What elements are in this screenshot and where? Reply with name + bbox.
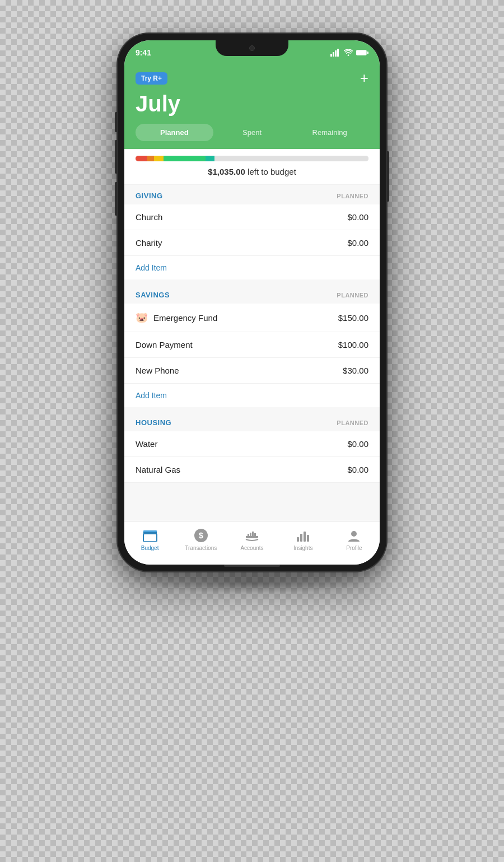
nav-item-accounts[interactable]: Accounts [226,526,277,553]
category-giving-header: GIVING PLANNED [124,185,380,204]
profile-icon [347,528,361,543]
giving-add-item-row: Add Item [124,256,380,279]
item-water-amount: $0.00 [347,439,368,449]
nav-insights-label: Insights [293,545,312,551]
svg-rect-17 [254,533,256,536]
side-button-power [387,151,389,202]
svg-rect-13 [246,536,258,537]
progress-red [136,156,147,161]
svg-rect-18 [246,537,258,538]
list-item[interactable]: New Phone $30.00 [124,358,380,384]
add-button[interactable]: + [360,69,368,87]
budget-amount-row: $1,035.00 left to budget [136,167,368,176]
category-savings-col-label: PLANNED [337,292,368,299]
home-indicator [224,565,280,567]
item-water-name: Water [136,439,157,449]
phone-shell: 9:41 [118,34,386,571]
side-button-volume-up [115,140,117,174]
giving-add-item-button[interactable]: Add Item [136,263,167,272]
category-giving-col-label: PLANNED [337,193,368,199]
progress-teal [206,156,215,161]
svg-rect-15 [250,533,251,536]
nav-transactions-label: Transactions [185,545,217,551]
savings-add-item-button[interactable]: Add Item [136,391,167,400]
progress-bar [136,156,368,161]
phone-shadow [144,571,360,594]
svg-rect-0 [330,54,332,57]
list-item[interactable]: Water $0.00 [124,431,380,457]
svg-rect-14 [248,534,249,536]
tab-planned[interactable]: Planned [136,124,213,141]
svg-rect-21 [304,532,306,542]
item-left: Natural Gas [136,465,180,474]
progress-orange [147,156,154,161]
progress-green [164,156,206,161]
piggy-bank-icon: 🐷 [136,311,148,324]
list-item[interactable]: Natural Gas $0.00 [124,457,380,483]
item-emergency-name: Emergency Fund [153,313,217,323]
category-giving: GIVING PLANNED Church $0.00 Charity $0.0 [124,185,380,279]
progress-empty [214,156,368,161]
nav-profile-label: Profile [346,545,362,551]
item-left: Charity [136,238,162,248]
battery-icon [356,49,368,56]
status-time: 9:41 [136,48,151,57]
list-item[interactable]: Charity $0.00 [124,230,380,256]
nav-budget-label: Budget [141,545,159,551]
accounts-icon [245,528,259,543]
svg-rect-2 [335,50,337,57]
item-left: Water [136,439,157,449]
try-badge[interactable]: Try R+ [136,72,167,85]
savings-add-item-row: Add Item [124,384,380,407]
list-item[interactable]: Down Payment $100.00 [124,332,380,358]
svg-rect-20 [300,534,302,542]
item-left: New Phone [136,366,179,375]
transactions-icon: $ [194,528,208,543]
svg-rect-22 [307,535,309,542]
nav-item-transactions[interactable]: $ Transactions [175,526,226,553]
tab-remaining[interactable]: Remaining [291,124,368,141]
svg-rect-1 [333,52,334,57]
item-church-name: Church [136,212,162,222]
list-item[interactable]: Church $0.00 [124,204,380,230]
item-charity-amount: $0.00 [347,238,368,248]
header-top: Try R+ + [136,69,368,87]
category-savings: SAVINGS PLANNED 🐷 Emergency Fund $150.00… [124,284,380,407]
phone-screen: 9:41 [124,40,380,565]
svg-rect-8 [143,530,157,532]
svg-rect-6 [143,534,157,542]
budget-suffix: left to budget [245,167,296,176]
month-title: July [136,92,368,115]
notch [216,40,288,56]
svg-point-23 [351,531,357,537]
item-church-amount: $0.00 [347,212,368,222]
nav-item-budget[interactable]: Budget [124,526,175,553]
category-giving-name: GIVING [136,192,163,200]
content-scroll[interactable]: GIVING PLANNED Church $0.00 Charity $0.0 [124,185,380,521]
category-housing-name: HOUSING [136,418,171,427]
item-newphone-name: New Phone [136,366,179,375]
category-savings-name: SAVINGS [136,291,170,299]
category-housing-col-label: PLANNED [337,420,368,426]
header: Try R+ + July [124,65,380,124]
nav-item-insights[interactable]: Insights [278,526,329,553]
wifi-icon [344,49,353,56]
item-left: 🐷 Emergency Fund [136,311,217,324]
nav-item-profile[interactable]: Profile [329,526,380,553]
status-icons [330,49,368,57]
svg-rect-19 [297,537,299,542]
list-item[interactable]: 🐷 Emergency Fund $150.00 [124,304,380,332]
side-button-volume-down [115,182,117,216]
item-naturalgas-name: Natural Gas [136,465,180,474]
try-badge-label: Try R+ [141,74,162,82]
svg-rect-16 [252,532,254,536]
budget-bar-section: $1,035.00 left to budget [124,149,380,185]
category-savings-header: SAVINGS PLANNED [124,284,380,304]
insights-icon [296,528,310,543]
item-charity-name: Charity [136,238,162,248]
budget-amount: $1,035.00 [208,167,245,176]
category-housing-header: HOUSING PLANNED [124,412,380,431]
status-bar: 9:41 [124,40,380,65]
tab-spent[interactable]: Spent [213,124,291,141]
item-downpayment-name: Down Payment [136,340,193,350]
